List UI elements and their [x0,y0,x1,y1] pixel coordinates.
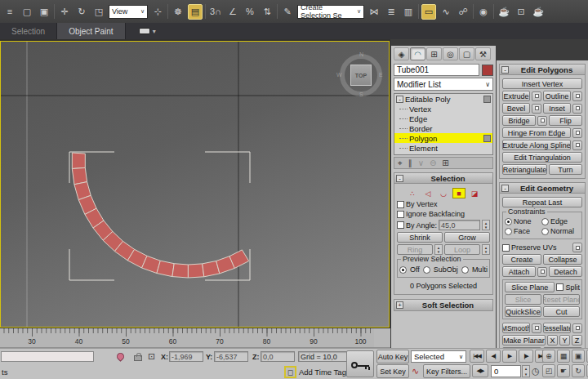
make-planar-x-button[interactable]: X [547,335,558,346]
collapse-button[interactable]: Collapse [543,254,582,265]
mirror-icon[interactable]: ⋈ [367,4,381,20]
tessellate-settings-button[interactable] [572,323,582,333]
extrude-along-spline-button[interactable]: Extrude Along Spline [502,140,571,150]
collapse-icon[interactable]: - [396,96,403,103]
rendered-frame-icon[interactable]: ⊡ [514,4,528,20]
tube-polygon-segment[interactable] [157,261,174,276]
render-setup-icon[interactable]: ☕ [497,4,511,20]
stack-row-editable-poly[interactable]: -Editable Poly [394,94,492,104]
play-button[interactable]: ▶ [502,350,517,363]
angle-snap-icon[interactable]: ∠ [225,4,240,20]
attach-button[interactable]: Attach [502,266,536,277]
next-frame-button[interactable]: |▶ [519,350,533,363]
x-coordinate-field[interactable]: -1,969 [169,351,203,362]
percent-snap-icon[interactable]: % [243,4,257,20]
tube-polygon-segment[interactable] [72,153,85,169]
ring-spinner[interactable]: ▴▾ [434,244,443,255]
curve-editor-icon[interactable]: ∿ [439,4,453,20]
soft-selection-header[interactable]: + Soft Selection [394,300,492,310]
viewcube[interactable]: TOP N S W E [340,54,382,96]
polygon-subobject-icon[interactable]: ■ [452,188,466,198]
hinge-from-edge-button[interactable]: Hinge From Edge [502,127,571,138]
zoom-extents-icon[interactable]: ▣ [572,350,585,363]
y-coordinate-field[interactable]: -6,537 [214,351,248,362]
insert-vertex-button[interactable]: Insert Vertex [502,78,582,89]
make-unique-icon[interactable]: ∨ [418,158,424,167]
show-end-result-icon[interactable]: ∥ [408,158,412,167]
edit-geometry-header[interactable]: - Edit Geometry [500,183,585,194]
zoom-all-icon[interactable]: ▦ [557,350,570,363]
modify-tab[interactable]: ◠ [410,47,425,60]
utilities-tab[interactable]: ⚒ [475,47,491,60]
make-planar-z-button[interactable]: Z [572,335,582,346]
preview-off-radio[interactable] [399,266,407,274]
selection-rollout-header[interactable]: - Selection [394,173,492,184]
align-icon[interactable]: ≣ [384,4,399,20]
preview-multi-radio[interactable] [461,266,469,274]
pan-icon[interactable]: ☛ [557,364,570,377]
key-filters-button[interactable]: Key Filters... [423,364,470,378]
top-viewport[interactable]: TOP N S W E [0,41,390,328]
shrink-button[interactable]: Shrink [397,232,443,243]
bridge-button[interactable]: Bridge [502,115,536,126]
make-planar-button[interactable]: Make Planar [502,335,546,346]
rectangular-selection-icon[interactable]: ▢ [20,4,34,20]
select-filter-icon[interactable]: ≡ [2,4,17,20]
retriangulate-button[interactable]: Retriangulate [502,164,547,175]
bridge-settings-button[interactable] [537,116,547,126]
schematic-view-icon[interactable]: ☍ [456,4,470,20]
preview-subobj-radio[interactable] [423,266,430,274]
viewport-scene[interactable] [1,42,389,327]
stack-row-toggle[interactable] [483,96,491,103]
loop-spinner[interactable]: ▴▾ [482,244,490,255]
vertex-subobject-icon[interactable]: ∴ [406,188,419,198]
zoom-icon[interactable]: ⊕ [542,350,555,363]
inset-settings-button[interactable] [572,104,582,114]
ignore-backfacing-checkbox[interactable] [397,211,404,218]
extrude-button[interactable]: Extrude [502,91,530,101]
element-subobject-icon[interactable]: ◪ [468,188,481,198]
select-move-icon[interactable]: ✛ [57,4,72,20]
reset-plane-button[interactable]: Reset Plane [543,294,580,305]
material-editor-icon[interactable]: ◉ [476,4,491,20]
stack-row-element[interactable]: Element [394,143,492,153]
tube-polygon-segment[interactable] [188,264,203,278]
motion-tab[interactable]: ◎ [443,47,458,60]
ring-button[interactable]: Ring [397,244,433,255]
z-coordinate-field[interactable]: 0,0 [261,351,295,362]
stack-row-toggle[interactable] [483,135,491,142]
default-in-out-tangents-icon[interactable]: ∿ [412,367,419,376]
edit-polygons-header[interactable]: - Edit Polygons [500,65,585,75]
render-icon[interactable]: ☕ [531,4,546,20]
slice-plane-button[interactable]: Slice Plane [505,282,555,292]
select-scale-icon[interactable]: ◳ [91,4,106,20]
constraint-none-radio[interactable] [505,218,512,225]
pin-icon[interactable] [115,351,126,362]
time-ruler[interactable]: 30405060708090100 [0,328,374,347]
turn-button[interactable]: Turn [549,164,582,175]
go-to-start-button[interactable]: |◀◀ [470,350,484,363]
stack-row-border[interactable]: Border [394,123,492,133]
grow-button[interactable]: Grow [444,232,490,243]
tessellate-button[interactable]: Tessellate [543,323,571,333]
ribbon-minimize-button[interactable]: ▾ [139,23,156,39]
configure-modifier-sets-icon[interactable]: ⊞ [442,158,448,167]
current-frame-field[interactable]: 0 [491,365,521,377]
slice-button[interactable]: Slice [505,294,541,305]
by-angle-checkbox[interactable] [397,221,404,229]
display-tab[interactable]: ▢ [459,47,474,60]
constraint-edge-radio[interactable] [541,218,549,225]
toggle-set-key-mode-button[interactable] [346,350,374,377]
border-subobject-icon[interactable]: ◡ [437,188,450,198]
select-rotate-icon[interactable]: ↻ [74,4,89,20]
edit-triangulation-button[interactable]: Edit Triangulation [502,152,582,163]
spinner-snap-icon[interactable]: ⇅ [260,4,274,20]
extrude-settings-button[interactable] [532,91,541,101]
zoom-region-icon[interactable]: ◰ [542,364,555,377]
create-tab[interactable]: ◈ [394,47,409,60]
time-configuration-icon[interactable]: ◷ [532,367,540,376]
hierarchy-tab[interactable]: ⊞ [426,47,442,60]
loop-button[interactable]: Loop [444,244,480,255]
preserve-uvs-checkbox[interactable] [502,244,510,252]
window-crossing-icon[interactable]: ▣ [37,4,51,20]
